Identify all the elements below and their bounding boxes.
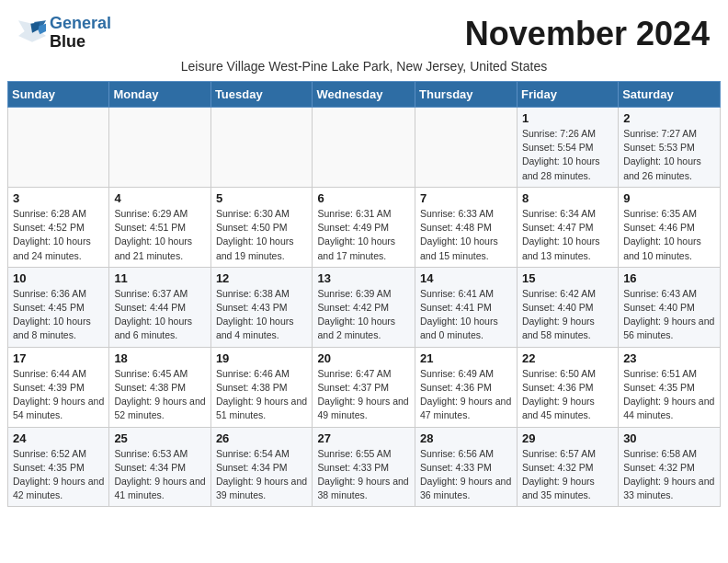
day-info: Sunrise: 6:47 AMSunset: 4:37 PMDaylight:… — [317, 367, 410, 423]
day-info: Sunrise: 6:56 AMSunset: 4:33 PMDaylight:… — [420, 447, 512, 503]
day-number: 26 — [216, 431, 308, 445]
calendar-cell: 21Sunrise: 6:49 AMSunset: 4:36 PMDayligh… — [415, 347, 518, 427]
col-header-tuesday: Tuesday — [210, 82, 313, 108]
day-info: Sunrise: 6:50 AMSunset: 4:36 PMDaylight:… — [522, 367, 613, 423]
day-info: Sunrise: 6:31 AMSunset: 4:49 PMDaylight:… — [317, 207, 410, 263]
calendar-cell: 3Sunrise: 6:28 AMSunset: 4:52 PMDaylight… — [8, 187, 109, 267]
day-number: 4 — [114, 191, 205, 205]
day-number: 29 — [522, 431, 613, 445]
calendar-cell — [8, 108, 109, 188]
calendar-cell: 2Sunrise: 7:27 AMSunset: 5:53 PMDaylight… — [619, 108, 721, 188]
day-number: 22 — [522, 351, 613, 365]
calendar-cell: 28Sunrise: 6:56 AMSunset: 4:33 PMDayligh… — [415, 427, 518, 507]
day-info: Sunrise: 6:29 AMSunset: 4:51 PMDaylight:… — [114, 207, 205, 263]
day-info: Sunrise: 7:27 AMSunset: 5:53 PMDaylight:… — [623, 127, 715, 183]
calendar-cell: 16Sunrise: 6:43 AMSunset: 4:40 PMDayligh… — [619, 267, 721, 347]
calendar-cell: 23Sunrise: 6:51 AMSunset: 4:35 PMDayligh… — [619, 347, 721, 427]
day-number: 28 — [420, 431, 512, 445]
day-number: 19 — [216, 351, 308, 365]
calendar-cell: 24Sunrise: 6:52 AMSunset: 4:35 PMDayligh… — [8, 427, 109, 507]
day-number: 11 — [114, 271, 205, 285]
day-number: 15 — [522, 271, 613, 285]
calendar-week-1: 1Sunrise: 7:26 AMSunset: 5:54 PMDaylight… — [8, 108, 721, 188]
day-info: Sunrise: 6:58 AMSunset: 4:32 PMDaylight:… — [623, 447, 715, 503]
calendar-week-4: 17Sunrise: 6:44 AMSunset: 4:39 PMDayligh… — [8, 347, 721, 427]
col-header-friday: Friday — [517, 82, 618, 108]
calendar-cell: 30Sunrise: 6:58 AMSunset: 4:32 PMDayligh… — [619, 427, 721, 507]
day-info: Sunrise: 6:33 AMSunset: 4:48 PMDaylight:… — [420, 207, 512, 263]
col-header-sunday: Sunday — [8, 82, 109, 108]
day-number: 6 — [317, 191, 410, 205]
calendar-cell: 22Sunrise: 6:50 AMSunset: 4:36 PMDayligh… — [517, 347, 618, 427]
day-info: Sunrise: 6:53 AMSunset: 4:34 PMDaylight:… — [114, 447, 205, 503]
day-number: 3 — [13, 191, 104, 205]
calendar-cell — [210, 108, 313, 188]
day-info: Sunrise: 6:42 AMSunset: 4:40 PMDaylight:… — [522, 287, 613, 343]
calendar-cell: 12Sunrise: 6:38 AMSunset: 4:43 PMDayligh… — [210, 267, 313, 347]
day-info: Sunrise: 6:35 AMSunset: 4:46 PMDaylight:… — [623, 207, 715, 263]
calendar-cell: 25Sunrise: 6:53 AMSunset: 4:34 PMDayligh… — [109, 427, 210, 507]
day-number: 2 — [623, 111, 715, 125]
calendar-cell: 19Sunrise: 6:46 AMSunset: 4:38 PMDayligh… — [210, 347, 313, 427]
day-info: Sunrise: 6:49 AMSunset: 4:36 PMDaylight:… — [420, 367, 512, 423]
calendar-cell: 26Sunrise: 6:54 AMSunset: 4:34 PMDayligh… — [210, 427, 313, 507]
calendar-cell: 17Sunrise: 6:44 AMSunset: 4:39 PMDayligh… — [8, 347, 109, 427]
col-header-thursday: Thursday — [415, 82, 518, 108]
calendar-cell: 20Sunrise: 6:47 AMSunset: 4:37 PMDayligh… — [313, 347, 415, 427]
day-info: Sunrise: 6:39 AMSunset: 4:42 PMDaylight:… — [317, 287, 410, 343]
day-info: Sunrise: 6:43 AMSunset: 4:40 PMDaylight:… — [623, 287, 715, 343]
calendar-cell: 13Sunrise: 6:39 AMSunset: 4:42 PMDayligh… — [313, 267, 415, 347]
day-number: 16 — [623, 271, 715, 285]
calendar-week-2: 3Sunrise: 6:28 AMSunset: 4:52 PMDaylight… — [8, 187, 721, 267]
calendar-week-3: 10Sunrise: 6:36 AMSunset: 4:45 PMDayligh… — [8, 267, 721, 347]
subtitle: Leisure Village West-Pine Lake Park, New… — [0, 57, 728, 81]
calendar-cell: 1Sunrise: 7:26 AMSunset: 5:54 PMDaylight… — [517, 108, 618, 188]
month-title: November 2024 — [465, 15, 710, 53]
day-number: 23 — [623, 351, 715, 365]
calendar-cell: 10Sunrise: 6:36 AMSunset: 4:45 PMDayligh… — [8, 267, 109, 347]
day-number: 17 — [13, 351, 104, 365]
calendar-cell: 6Sunrise: 6:31 AMSunset: 4:49 PMDaylight… — [313, 187, 415, 267]
logo: GeneralBlue — [18, 15, 111, 52]
day-info: Sunrise: 6:52 AMSunset: 4:35 PMDaylight:… — [13, 447, 104, 503]
day-number: 18 — [114, 351, 205, 365]
day-info: Sunrise: 6:34 AMSunset: 4:47 PMDaylight:… — [522, 207, 613, 263]
day-info: Sunrise: 6:28 AMSunset: 4:52 PMDaylight:… — [13, 207, 104, 263]
day-number: 5 — [216, 191, 308, 205]
day-number: 30 — [623, 431, 715, 445]
day-number: 8 — [522, 191, 613, 205]
col-header-monday: Monday — [109, 82, 210, 108]
calendar-wrapper: SundayMondayTuesdayWednesdayThursdayFrid… — [0, 81, 728, 514]
day-info: Sunrise: 6:36 AMSunset: 4:45 PMDaylight:… — [13, 287, 104, 343]
day-info: Sunrise: 6:51 AMSunset: 4:35 PMDaylight:… — [623, 367, 715, 423]
day-number: 14 — [420, 271, 512, 285]
calendar-cell — [415, 108, 518, 188]
day-info: Sunrise: 6:44 AMSunset: 4:39 PMDaylight:… — [13, 367, 104, 423]
day-info: Sunrise: 6:54 AMSunset: 4:34 PMDaylight:… — [216, 447, 308, 503]
day-info: Sunrise: 7:26 AMSunset: 5:54 PMDaylight:… — [522, 127, 613, 183]
calendar-cell: 29Sunrise: 6:57 AMSunset: 4:32 PMDayligh… — [517, 427, 618, 507]
calendar-cell: 14Sunrise: 6:41 AMSunset: 4:41 PMDayligh… — [415, 267, 518, 347]
logo-text: GeneralBlue — [50, 15, 111, 52]
calendar-cell: 15Sunrise: 6:42 AMSunset: 4:40 PMDayligh… — [517, 267, 618, 347]
day-info: Sunrise: 6:41 AMSunset: 4:41 PMDaylight:… — [420, 287, 512, 343]
day-info: Sunrise: 6:37 AMSunset: 4:44 PMDaylight:… — [114, 287, 205, 343]
col-header-saturday: Saturday — [619, 82, 721, 108]
day-number: 25 — [114, 431, 205, 445]
calendar-table: SundayMondayTuesdayWednesdayThursdayFrid… — [7, 81, 721, 507]
day-number: 21 — [420, 351, 512, 365]
calendar-week-5: 24Sunrise: 6:52 AMSunset: 4:35 PMDayligh… — [8, 427, 721, 507]
day-info: Sunrise: 6:30 AMSunset: 4:50 PMDaylight:… — [216, 207, 308, 263]
logo-bird-icon — [18, 20, 46, 42]
day-number: 13 — [317, 271, 410, 285]
day-number: 1 — [522, 111, 613, 125]
calendar-cell: 9Sunrise: 6:35 AMSunset: 4:46 PMDaylight… — [619, 187, 721, 267]
col-header-wednesday: Wednesday — [313, 82, 415, 108]
calendar-cell: 5Sunrise: 6:30 AMSunset: 4:50 PMDaylight… — [210, 187, 313, 267]
day-info: Sunrise: 6:46 AMSunset: 4:38 PMDaylight:… — [216, 367, 308, 423]
day-info: Sunrise: 6:57 AMSunset: 4:32 PMDaylight:… — [522, 447, 613, 503]
calendar-cell — [313, 108, 415, 188]
page-header: GeneralBlue November 2024 — [0, 0, 728, 57]
day-number: 12 — [216, 271, 308, 285]
calendar-cell — [109, 108, 210, 188]
